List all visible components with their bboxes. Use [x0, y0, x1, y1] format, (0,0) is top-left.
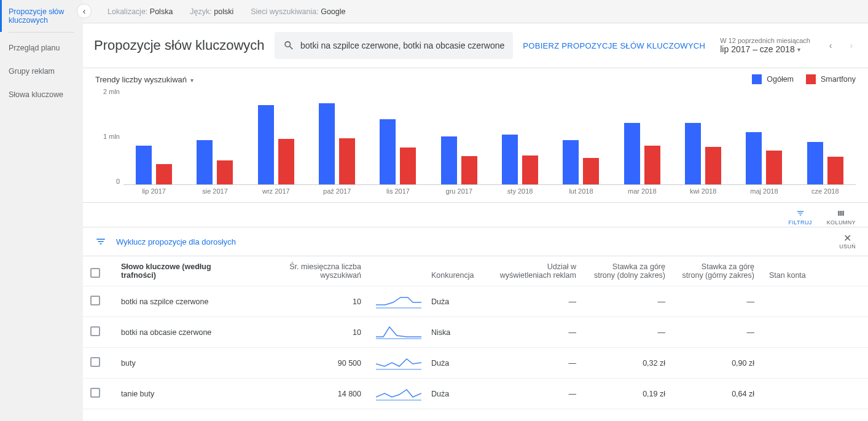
select-all-checkbox[interactable] — [90, 268, 100, 278]
remove-filter-button[interactable]: ✕ USUŃ — [839, 234, 856, 250]
chart-bucket — [795, 88, 856, 184]
sparkline — [376, 385, 421, 401]
chart-bucket — [429, 88, 490, 184]
x-tick: cze 2018 — [795, 185, 856, 199]
next-period-button[interactable]: › — [846, 40, 857, 51]
network-setting[interactable]: Sieci wyszukiwania: Google — [251, 7, 345, 16]
x-tick: mar 2018 — [612, 185, 673, 199]
row-checkbox[interactable] — [90, 388, 100, 398]
dropdown-icon: ▾ — [797, 46, 800, 53]
download-ideas-button[interactable]: POBIERZ PROPOZYCJE SŁÓW KLUCZOWYCH — [523, 41, 705, 50]
col-avg-searches[interactable]: Śr. miesięczna liczba wyszukiwań — [246, 256, 369, 286]
cell-competition: Duża — [424, 348, 491, 379]
bar-smartphone — [827, 157, 843, 184]
location-setting[interactable]: Lokalizacje: Polska — [108, 7, 173, 16]
page-header: Propozycje słów kluczowych POBIERZ PROPO… — [83, 23, 868, 68]
chevron-left-icon: ‹ — [83, 6, 86, 16]
bar-smartphone — [583, 158, 599, 184]
cell-low: — — [584, 286, 673, 317]
filter-button[interactable]: FILTRUJ — [789, 209, 812, 226]
x-tick: sty 2018 — [490, 185, 550, 199]
bar-total — [380, 119, 396, 184]
col-bid-low[interactable]: Stawka za górę strony (dolny zakres) — [584, 256, 673, 286]
search-trends-chart: 2 mln 1 mln 0 lip 2017sie 2017wrz 2017pa… — [95, 88, 856, 199]
cell-avg: 10 — [246, 286, 369, 317]
cell-avg: 90 500 — [246, 348, 369, 379]
col-account-status[interactable]: Stan konta — [762, 256, 868, 286]
date-range-selector[interactable]: W 12 poprzednich miesiącach lip 2017 – c… — [720, 37, 810, 54]
sidebar: ‹ Propozycje słów kluczowych Przegląd pl… — [0, 0, 83, 421]
bar-total — [136, 146, 152, 184]
cell-share: — — [491, 379, 584, 409]
filter-icon — [795, 209, 806, 218]
cell-keyword: buty — [114, 348, 246, 379]
cell-high: — — [673, 317, 762, 348]
bar-total — [197, 140, 213, 184]
sparkline — [376, 293, 421, 309]
date-range-sublabel: W 12 poprzednich miesiącach — [720, 37, 810, 44]
bar-total — [258, 105, 274, 184]
bar-total — [502, 135, 518, 184]
table-row: buty90 500Duża—0,32 zł0,90 zł — [83, 348, 868, 379]
cell-low: — — [584, 317, 673, 348]
cell-avg: 14 800 — [246, 379, 369, 409]
col-impression-share[interactable]: Udział w wyświetleniach reklam — [491, 256, 584, 286]
prev-period-button[interactable]: ‹ — [825, 40, 836, 51]
cell-high: 0,64 zł — [673, 379, 762, 409]
chart-bucket — [123, 88, 184, 184]
chart-bucket — [673, 88, 733, 184]
sidebar-item-plan-overview[interactable]: Przegląd planu — [0, 36, 83, 60]
close-icon: ✕ — [843, 234, 851, 243]
language-setting[interactable]: Język: polski — [190, 7, 233, 16]
cell-status — [762, 348, 868, 379]
row-checkbox[interactable] — [90, 296, 100, 305]
cell-low: 0,32 zł — [584, 348, 673, 379]
chart-metric-dropdown[interactable]: Trendy liczby wyszukiwań — [95, 75, 194, 84]
cell-status — [762, 286, 868, 317]
exclude-adult-link[interactable]: Wyklucz propozycje dla dorosłych — [116, 237, 236, 246]
settings-bar: Lokalizacje: Polska Język: polski Sieci … — [83, 0, 868, 23]
x-tick: lut 2018 — [550, 185, 611, 199]
sidebar-item-ad-groups[interactable]: Grupy reklam — [0, 60, 83, 83]
search-icon — [283, 39, 294, 52]
bar-smartphone — [217, 160, 233, 184]
chart-bucket — [367, 88, 428, 184]
keyword-search-input[interactable] — [300, 41, 504, 50]
bar-smartphone — [644, 146, 660, 184]
col-competition[interactable]: Konkurencja — [424, 256, 491, 286]
bar-smartphone — [156, 164, 172, 184]
cell-high: 0,90 zł — [673, 348, 762, 379]
collapse-sidebar-button[interactable]: ‹ — [77, 4, 92, 18]
bar-smartphone — [461, 156, 477, 184]
main-content: Lokalizacje: Polska Język: polski Sieci … — [83, 0, 868, 421]
col-keyword[interactable]: Słowo kluczowe (według trafności) — [114, 256, 246, 286]
sparkline — [376, 323, 421, 339]
sparkline — [376, 354, 421, 370]
y-tick: 1 mln — [103, 133, 120, 140]
cell-low: 0,19 zł — [584, 379, 673, 409]
x-tick: sie 2017 — [184, 185, 245, 199]
keyword-search[interactable] — [275, 32, 514, 59]
row-checkbox[interactable] — [90, 326, 100, 336]
col-bid-high[interactable]: Stawka za górę strony (górny zakres) — [673, 256, 762, 286]
chart-bucket — [307, 88, 367, 184]
sidebar-item-keyword-ideas[interactable]: Propozycje słów kluczowych — [0, 0, 83, 32]
bar-smartphone — [278, 139, 294, 184]
cell-competition: Niska — [424, 317, 491, 348]
cell-keyword: botki na obcasie czerwone — [114, 317, 246, 348]
x-tick: wrz 2017 — [246, 185, 307, 199]
filter-icon — [95, 236, 106, 247]
cell-share: — — [491, 348, 584, 379]
columns-button[interactable]: KOLUMNY — [827, 209, 856, 226]
y-tick: 2 mln — [103, 88, 120, 95]
x-tick: gru 2017 — [429, 185, 490, 199]
legend-total: Ogółem — [752, 74, 794, 84]
table-toolbar: FILTRUJ KOLUMNY — [83, 203, 868, 227]
sidebar-item-keywords[interactable]: Słowa kluczowe — [0, 83, 83, 106]
row-checkbox[interactable] — [90, 357, 100, 367]
active-filter-row: Wyklucz propozycje dla dorosłych ✕ USUŃ — [83, 227, 868, 256]
keywords-table: Słowo kluczowe (według trafności) Śr. mi… — [83, 256, 868, 409]
table-row: tanie buty14 800Duża—0,19 zł0,64 zł — [83, 379, 868, 409]
cell-share: — — [491, 286, 584, 317]
cell-keyword: botki na szpilce czerwone — [114, 286, 246, 317]
